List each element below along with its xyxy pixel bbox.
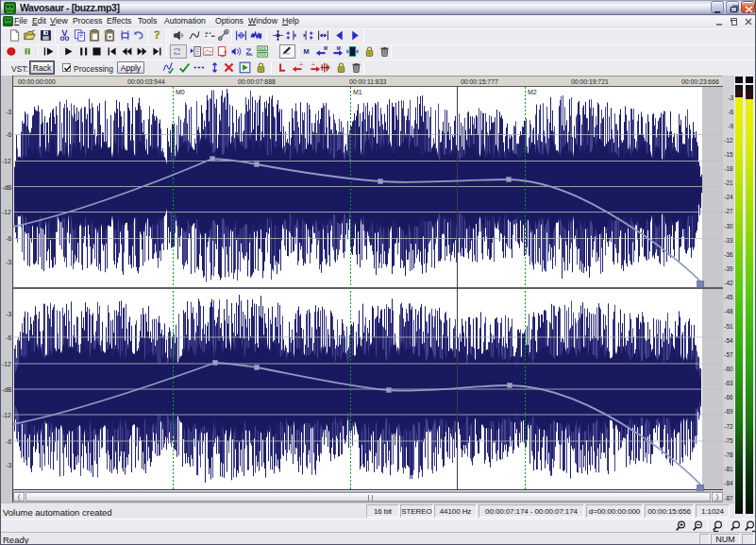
svg-text:M: M bbox=[324, 46, 328, 51]
svg-text:M0: M0 bbox=[176, 89, 185, 95]
svg-text:M: M bbox=[303, 47, 309, 56]
svg-text:┴: ┴ bbox=[311, 61, 315, 67]
svg-text:┴: ┴ bbox=[298, 61, 303, 67]
svg-text:kick: kick bbox=[259, 52, 266, 57]
svg-text:M1: M1 bbox=[353, 89, 362, 95]
svg-text:?: ? bbox=[154, 28, 160, 41]
svg-text:M2: M2 bbox=[528, 89, 537, 95]
svg-text:kick: kick bbox=[259, 46, 266, 51]
svg-text:M: M bbox=[337, 46, 341, 51]
